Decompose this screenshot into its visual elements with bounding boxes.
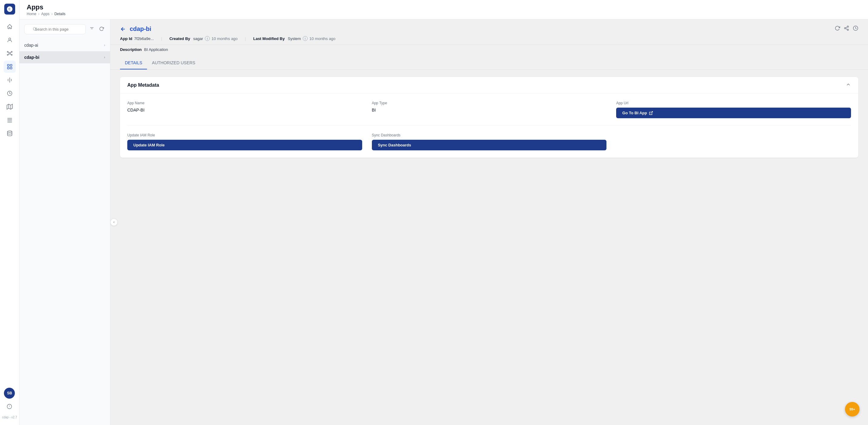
notification-badge[interactable]: 99+ — [845, 402, 860, 417]
nav-alerts[interactable] — [4, 114, 16, 126]
svg-point-31 — [847, 29, 848, 31]
detail-header-actions — [835, 26, 858, 32]
tab-details[interactable]: DETAILS — [120, 57, 147, 69]
top-header: Apps Home › Apps › Details — [20, 0, 868, 20]
sidebar: cdap-ai › cdap-bi › — [20, 20, 110, 425]
tabs-bar: DETAILS AUTHORIZED USERS — [110, 57, 868, 70]
breadcrumb-sep-1: › — [38, 12, 39, 16]
sidebar-item-cdap-ai[interactable]: cdap-ai › — [20, 39, 110, 51]
card-body: App Name CDAP-BI App Type BI App Url Go … — [120, 94, 858, 158]
nav-storage[interactable] — [4, 127, 16, 140]
tab-authorized-users[interactable]: AUTHORIZED USERS — [147, 57, 200, 69]
sidebar-item-cdap-bi-label: cdap-bi — [24, 55, 39, 60]
sidebar-collapse-btn[interactable] — [110, 218, 118, 226]
created-by-label: Created By — [169, 36, 190, 41]
svg-rect-13 — [10, 67, 12, 69]
created-by-value: sagar — [193, 36, 204, 41]
sidebar-item-cdap-bi[interactable]: cdap-bi › — [20, 51, 110, 63]
last-modified-meta: Last Modified By System i 10 months ago — [253, 36, 335, 41]
update-iam-role-group: Update IAM Role Update IAM Role — [127, 133, 362, 150]
chevron-right-active-icon: › — [104, 55, 105, 59]
bottom-icons: SB cdap - v2.7 — [2, 388, 17, 421]
last-modified-value: System — [288, 36, 301, 41]
app-id-label: App Id — [120, 36, 132, 41]
card-header: App Metadata — [120, 77, 858, 94]
chevron-right-icon: › — [104, 43, 105, 47]
card-title: App Metadata — [127, 83, 159, 88]
breadcrumb-home[interactable]: Home — [27, 12, 36, 16]
history-button[interactable] — [853, 26, 858, 32]
update-iam-role-label: Update IAM Role — [127, 133, 362, 137]
nav-home[interactable] — [4, 21, 16, 33]
back-button[interactable] — [120, 26, 126, 32]
share-button[interactable] — [844, 26, 849, 32]
svg-point-2 — [7, 51, 8, 52]
filter-button[interactable] — [88, 25, 95, 34]
action-fields: Update IAM Role Update IAM Role Sync Das… — [127, 125, 851, 150]
nav-apps[interactable] — [4, 61, 16, 73]
meta-separator-1: | — [161, 36, 162, 41]
created-by-meta: Created By sagar i 10 months ago — [169, 36, 238, 41]
meta-separator-2: | — [245, 36, 246, 41]
svg-line-33 — [845, 27, 847, 28]
app-type-label: App Type — [372, 101, 607, 105]
svg-line-32 — [845, 29, 847, 29]
svg-point-23 — [33, 27, 36, 30]
svg-point-29 — [847, 26, 848, 28]
created-ago: 10 months ago — [212, 36, 238, 41]
header-title-area: Apps Home › Apps › Details — [27, 3, 65, 16]
refresh-sidebar-button[interactable] — [98, 25, 105, 34]
card-fields: App Name CDAP-BI App Type BI App Url Go … — [127, 101, 851, 118]
update-iam-role-button[interactable]: Update IAM Role — [127, 140, 362, 150]
app-type-value: BI — [372, 108, 607, 113]
breadcrumb-current: Details — [54, 12, 65, 16]
notification-count: 99+ — [849, 407, 855, 411]
svg-rect-12 — [7, 67, 9, 69]
svg-point-19 — [7, 131, 12, 132]
app-url-label: App Url — [616, 101, 851, 105]
app-url-field: App Url Go To BI App — [616, 101, 851, 118]
last-modified-label: Last Modified By — [253, 36, 285, 41]
sidebar-search-area — [20, 20, 110, 39]
collapse-button[interactable] — [845, 82, 851, 89]
description-label: Description — [120, 47, 142, 52]
detail-meta: App Id 7f2b6a9e... | Created By sagar i … — [110, 32, 868, 45]
nav-maps[interactable] — [4, 101, 16, 113]
svg-line-35 — [651, 111, 652, 113]
nav-pipelines[interactable] — [4, 47, 16, 59]
last-modified-info-icon: i — [303, 36, 308, 41]
svg-line-6 — [8, 52, 9, 53]
app-name-field: App Name CDAP-BI — [127, 101, 362, 118]
detail-header: cdap-bi — [110, 20, 868, 32]
svg-line-9 — [10, 54, 11, 55]
refresh-button[interactable] — [835, 26, 840, 32]
nav-history[interactable] — [4, 87, 16, 99]
nav-info[interactable] — [3, 400, 16, 413]
detail-panel: cdap-bi App Id 7f2b6a9e. — [110, 20, 868, 425]
nav-connections[interactable] — [4, 74, 16, 86]
app-name-value: CDAP-BI — [127, 108, 362, 113]
content-area: cdap-ai › cdap-bi › cdap-bi — [20, 20, 868, 425]
detail-description-row: Description BI Application — [110, 45, 868, 57]
page-title: Apps — [27, 3, 65, 11]
app-name-label: App Name — [127, 101, 362, 105]
sync-dashboards-button[interactable]: Sync Dashboards — [372, 140, 607, 150]
user-avatar[interactable]: SB — [4, 388, 15, 399]
description-value: BI Application — [144, 47, 168, 52]
nav-icons — [4, 21, 16, 388]
go-to-bi-app-button[interactable]: Go To BI App — [616, 108, 851, 118]
svg-point-0 — [8, 38, 10, 40]
breadcrumb-apps[interactable]: Apps — [41, 12, 50, 16]
created-by-info-icon: i — [205, 36, 210, 41]
svg-line-7 — [10, 52, 11, 53]
nav-users[interactable] — [4, 34, 16, 46]
last-modified-ago: 10 months ago — [309, 36, 336, 41]
svg-point-5 — [11, 54, 12, 55]
svg-point-1 — [9, 53, 10, 54]
app-id-value: 7f2b6a9e... — [134, 36, 154, 41]
svg-marker-16 — [7, 104, 12, 110]
svg-line-24 — [36, 30, 37, 31]
svg-rect-11 — [10, 65, 12, 66]
detail-title: cdap-bi — [130, 26, 151, 32]
sidebar-item-cdap-ai-label: cdap-ai — [24, 43, 38, 48]
